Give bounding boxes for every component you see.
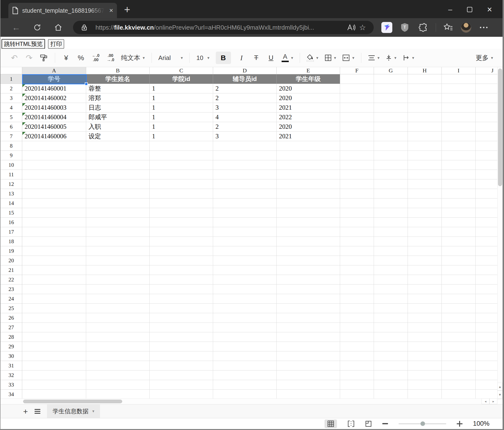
- horizontal-align-dropdown[interactable]: ▾: [368, 52, 380, 64]
- row-header-18[interactable]: 18: [0, 237, 22, 246]
- cell-I15[interactable]: [442, 208, 476, 218]
- cell-F27[interactable]: [340, 323, 374, 332]
- cell-A17[interactable]: [22, 227, 86, 237]
- cell-E24[interactable]: [277, 294, 340, 304]
- normal-view-button[interactable]: [324, 420, 337, 428]
- cell-F19[interactable]: [340, 246, 374, 256]
- refresh-icon[interactable]: [31, 21, 44, 34]
- cell-I30[interactable]: [442, 351, 476, 361]
- goto-html-preview-button[interactable]: 跳转HTML预览: [1, 39, 45, 49]
- cell-E19[interactable]: [277, 246, 340, 256]
- cell-F7[interactable]: [340, 132, 374, 141]
- cell-C32[interactable]: [150, 371, 213, 380]
- cell-C11[interactable]: [150, 170, 213, 179]
- cell-E33[interactable]: [277, 380, 340, 390]
- cell-B31[interactable]: [86, 361, 150, 371]
- cell-D33[interactable]: [213, 380, 277, 390]
- cell-H30[interactable]: [408, 351, 442, 361]
- cell-B22[interactable]: [86, 275, 150, 285]
- cell-B11[interactable]: [86, 170, 150, 179]
- cell-E26[interactable]: [277, 313, 340, 323]
- row-header-19[interactable]: 19: [0, 246, 22, 256]
- cell-H17[interactable]: [408, 227, 442, 237]
- cell-H29[interactable]: [408, 342, 442, 351]
- cell-F16[interactable]: [340, 218, 374, 227]
- cell-D19[interactable]: [213, 246, 277, 256]
- cell-I19[interactable]: [442, 246, 476, 256]
- cell-H21[interactable]: [408, 265, 442, 275]
- cell-D18[interactable]: [213, 237, 277, 246]
- vertical-scrollbar[interactable]: [497, 67, 503, 383]
- cell-E23[interactable]: [277, 285, 340, 294]
- row-header-34[interactable]: 34: [0, 390, 22, 399]
- cell-H7[interactable]: [408, 132, 442, 141]
- cell-D23[interactable]: [213, 285, 277, 294]
- cell-D27[interactable]: [213, 323, 277, 332]
- cell-F3[interactable]: [340, 93, 374, 103]
- cell-A9[interactable]: [22, 151, 86, 160]
- cell-I6[interactable]: [442, 122, 476, 132]
- add-sheet-button[interactable]: +: [23, 407, 28, 415]
- cell-G31[interactable]: [374, 361, 408, 371]
- cell-C29[interactable]: [150, 342, 213, 351]
- cell-F14[interactable]: [340, 198, 374, 208]
- cell-E32[interactable]: [277, 371, 340, 380]
- cell-A24[interactable]: [22, 294, 86, 304]
- cell-F34[interactable]: [340, 390, 374, 399]
- cell-A23[interactable]: [22, 285, 86, 294]
- cell-F22[interactable]: [340, 275, 374, 285]
- cell-B34[interactable]: [86, 390, 150, 399]
- cell-F30[interactable]: [340, 351, 374, 361]
- italic-button[interactable]: I: [237, 52, 246, 64]
- cell-D5[interactable]: 4: [213, 112, 277, 122]
- cell-F10[interactable]: [340, 160, 374, 170]
- cell-D32[interactable]: [213, 371, 277, 380]
- cell-I21[interactable]: [442, 265, 476, 275]
- cell-B2[interactable]: 蓉整: [86, 84, 150, 93]
- cell-B24[interactable]: [86, 294, 150, 304]
- cell-I9[interactable]: [442, 151, 476, 160]
- cell-H1[interactable]: [408, 74, 442, 84]
- page-break-view-button[interactable]: [347, 421, 355, 427]
- cell-F26[interactable]: [340, 313, 374, 323]
- cell-B33[interactable]: [86, 380, 150, 390]
- cell-D24[interactable]: [213, 294, 277, 304]
- scroll-up-button[interactable]: ▲: [497, 383, 503, 391]
- cell-I26[interactable]: [442, 313, 476, 323]
- cell-D6[interactable]: 2: [213, 122, 277, 132]
- cell-B19[interactable]: [86, 246, 150, 256]
- cell-H25[interactable]: [408, 304, 442, 313]
- cell-C1[interactable]: 学院id: [150, 74, 213, 84]
- cell-F20[interactable]: [340, 256, 374, 265]
- cell-G5[interactable]: [374, 112, 408, 122]
- tab-close-icon[interactable]: ×: [109, 7, 113, 14]
- cell-H10[interactable]: [408, 160, 442, 170]
- cell-F29[interactable]: [340, 342, 374, 351]
- cell-C33[interactable]: [150, 380, 213, 390]
- cell-A16[interactable]: [22, 218, 86, 227]
- row-header-2[interactable]: 2: [0, 84, 22, 93]
- cell-I12[interactable]: [442, 179, 476, 189]
- row-header-12[interactable]: 12: [0, 179, 22, 189]
- cell-A31[interactable]: [22, 361, 86, 371]
- cell-A29[interactable]: [22, 342, 86, 351]
- cell-A10[interactable]: [22, 160, 86, 170]
- row-header-33[interactable]: 33: [0, 380, 22, 390]
- cell-D9[interactable]: [213, 151, 277, 160]
- cell-B13[interactable]: [86, 189, 150, 198]
- close-window-button[interactable]: ×: [487, 5, 492, 14]
- cell-C8[interactable]: [150, 141, 213, 151]
- settings-dots-icon[interactable]: [477, 21, 490, 34]
- cell-I34[interactable]: [442, 390, 476, 399]
- column-header-A[interactable]: A: [22, 67, 86, 74]
- cell-A21[interactable]: [22, 265, 86, 275]
- font-size-dropdown[interactable]: 10 ▾: [196, 52, 209, 64]
- cell-F13[interactable]: [340, 189, 374, 198]
- cell-H14[interactable]: [408, 198, 442, 208]
- cell-C16[interactable]: [150, 218, 213, 227]
- cell-D4[interactable]: 3: [213, 103, 277, 112]
- cell-I31[interactable]: [442, 361, 476, 371]
- cell-C26[interactable]: [150, 313, 213, 323]
- cell-B5[interactable]: 郎咸平: [86, 112, 150, 122]
- select-all-corner[interactable]: [0, 67, 22, 74]
